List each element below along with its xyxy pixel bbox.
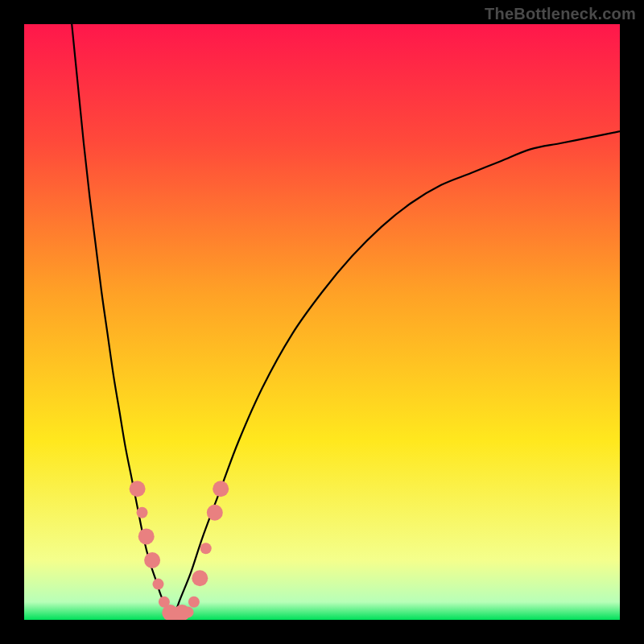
highlight-dot <box>138 528 155 544</box>
highlight-dot <box>213 481 229 497</box>
highlight-dot <box>130 481 146 497</box>
highlight-dot <box>200 543 212 554</box>
highlight-dot <box>188 597 200 608</box>
gradient-background <box>24 24 620 620</box>
highlight-dot <box>144 552 160 568</box>
highlight-dot <box>192 570 208 586</box>
chart-svg <box>24 24 620 620</box>
chart-frame: TheBottleneck.com <box>0 0 644 644</box>
highlight-dot <box>183 606 194 617</box>
highlight-dot <box>137 507 148 518</box>
watermark-text: TheBottleneck.com <box>485 5 636 23</box>
highlight-dot <box>153 579 164 590</box>
highlight-dot <box>207 505 223 521</box>
plot-area <box>24 24 620 620</box>
